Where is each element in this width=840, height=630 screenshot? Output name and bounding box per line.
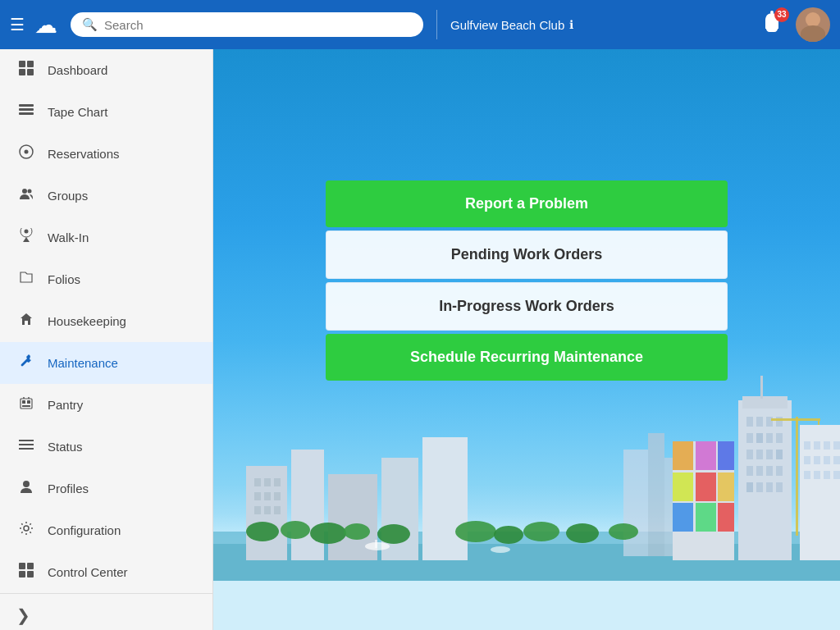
svg-rect-94	[254, 506, 261, 514]
svg-rect-78	[696, 472, 716, 501]
sidebar-label-control-center: Control Center	[48, 565, 128, 579]
svg-rect-62	[814, 441, 820, 450]
status-icon	[16, 437, 36, 456]
svg-rect-72	[833, 471, 840, 479]
report-problem-button[interactable]: Report a Problem	[326, 180, 728, 227]
svg-rect-49	[756, 466, 763, 476]
svg-rect-42	[766, 433, 773, 443]
svg-rect-93	[274, 492, 281, 500]
sidebar-item-tape-chart[interactable]: Tape Chart	[0, 91, 212, 133]
pending-work-orders-button[interactable]: Pending Work Orders	[326, 231, 728, 279]
svg-rect-54	[766, 482, 773, 492]
svg-rect-41	[756, 433, 763, 443]
svg-rect-95	[264, 506, 271, 514]
sidebar-item-maintenance[interactable]: Maintenance	[0, 342, 212, 384]
search-bar: 🔍	[71, 12, 423, 37]
sidebar-item-configuration[interactable]: Configuration	[0, 509, 212, 551]
svg-rect-79	[696, 503, 716, 532]
svg-rect-39	[776, 417, 783, 427]
sidebar-item-reservations[interactable]: Reservations	[0, 133, 212, 175]
sidebar-item-pantry[interactable]: Pantry	[0, 384, 212, 426]
svg-rect-63	[824, 441, 830, 450]
sidebar-label-status: Status	[48, 440, 83, 454]
sidebar-item-groups[interactable]: Groups	[0, 175, 212, 217]
sidebar-bottom: ❯	[0, 593, 212, 630]
control-center-icon	[16, 563, 36, 582]
svg-rect-2	[27, 61, 34, 67]
search-input[interactable]	[104, 18, 412, 32]
svg-rect-69	[804, 471, 810, 479]
svg-rect-44	[746, 450, 753, 459]
svg-rect-14	[25, 321, 28, 325]
svg-rect-74	[673, 441, 693, 470]
svg-rect-25	[27, 563, 34, 569]
svg-rect-61	[804, 441, 810, 450]
svg-rect-15	[21, 399, 32, 409]
svg-rect-5	[19, 104, 34, 107]
svg-rect-92	[264, 492, 271, 500]
info-icon[interactable]: ℹ	[569, 18, 573, 31]
svg-rect-4	[27, 69, 34, 75]
property-name: Gulfview Beach Club	[450, 18, 564, 32]
svg-point-9	[25, 150, 29, 154]
svg-rect-34	[738, 400, 792, 560]
header: ☰ ☁ 🔍 Gulfview Beach Club ℹ 33	[0, 0, 840, 49]
sidebar-item-status[interactable]: Status	[0, 426, 212, 468]
svg-rect-1	[19, 61, 25, 67]
svg-rect-50	[766, 466, 773, 476]
sidebar-item-housekeeping[interactable]: Housekeeping	[0, 300, 212, 342]
housekeeping-icon	[16, 312, 36, 331]
svg-rect-45	[756, 450, 763, 459]
svg-rect-84	[291, 450, 324, 560]
pantry-icon	[16, 395, 36, 414]
svg-rect-64	[833, 441, 840, 450]
svg-rect-18	[22, 405, 30, 407]
svg-rect-17	[27, 400, 30, 404]
svg-point-99	[310, 523, 346, 544]
reservations-icon	[16, 144, 36, 163]
svg-rect-55	[776, 482, 783, 492]
sidebar-item-profiles[interactable]: Profiles	[0, 468, 212, 509]
sidebar-item-walk-in[interactable]: Walk-In	[0, 217, 212, 258]
profiles-icon	[16, 479, 36, 498]
sidebar-label-profiles: Profiles	[48, 482, 89, 495]
svg-rect-43	[776, 433, 783, 443]
svg-point-23	[24, 526, 29, 531]
sidebar-label-maintenance: Maintenance	[48, 356, 118, 370]
svg-point-12	[25, 230, 29, 234]
svg-rect-6	[19, 108, 34, 111]
sidebar-label-dashboard: Dashboard	[48, 63, 107, 77]
menu-icon[interactable]: ☰	[10, 15, 25, 34]
collapse-button[interactable]: ❯	[16, 605, 196, 625]
notification-bell[interactable]: 33	[760, 11, 784, 39]
svg-point-0	[770, 11, 774, 14]
sidebar-label-folios: Folios	[48, 272, 80, 286]
svg-rect-65	[804, 456, 810, 464]
sidebar-item-control-center[interactable]: Control Center	[0, 551, 212, 593]
svg-rect-88	[254, 478, 261, 486]
svg-rect-26	[19, 571, 25, 578]
folios-icon	[16, 270, 36, 289]
svg-rect-46	[766, 450, 773, 459]
svg-point-11	[28, 189, 32, 194]
svg-rect-37	[756, 417, 763, 427]
walk-in-icon	[16, 228, 36, 247]
configuration-icon	[16, 521, 36, 540]
svg-rect-52	[746, 482, 753, 492]
svg-rect-57	[796, 417, 798, 536]
sidebar-item-folios[interactable]: Folios	[0, 258, 212, 300]
svg-rect-76	[673, 503, 693, 532]
svg-rect-38	[766, 417, 773, 427]
schedule-recurring-maintenance-button[interactable]: Schedule Recurring Maintenance	[326, 334, 728, 381]
sidebar-label-tape-chart: Tape Chart	[48, 105, 107, 119]
in-progress-work-orders-button[interactable]: In-Progress Work Orders	[326, 282, 728, 331]
dashboard-icon	[16, 61, 36, 80]
avatar[interactable]	[796, 7, 830, 42]
svg-rect-82	[718, 503, 734, 532]
svg-rect-36	[746, 417, 753, 427]
svg-rect-21	[19, 448, 34, 450]
svg-rect-77	[696, 441, 716, 470]
sidebar-item-dashboard[interactable]: Dashboard	[0, 49, 212, 91]
svg-point-102	[455, 521, 496, 542]
svg-rect-19	[19, 440, 34, 441]
